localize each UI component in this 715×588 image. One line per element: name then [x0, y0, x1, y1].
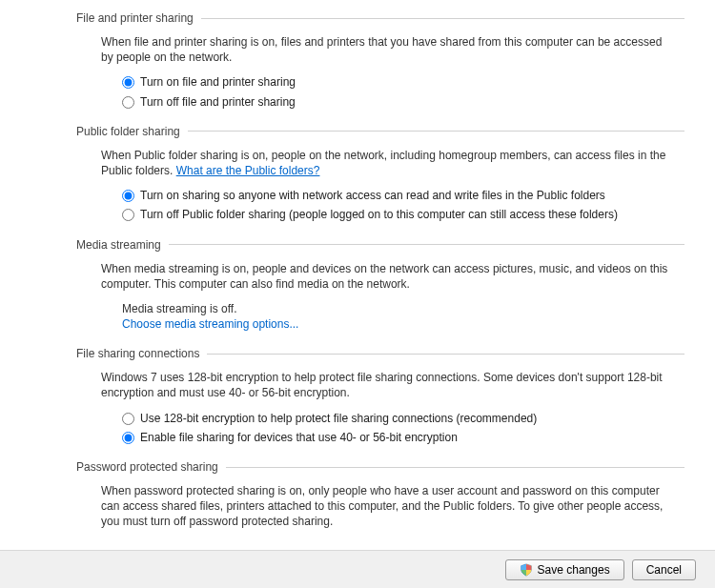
radio-encryption-40[interactable] — [122, 432, 134, 444]
cancel-button-label: Cancel — [646, 563, 682, 577]
section-public-folder: Public folder sharing When Public folder… — [0, 125, 715, 223]
radio-public-folder-off[interactable] — [122, 209, 134, 221]
media-description: When media streaming is on, people and d… — [101, 261, 669, 292]
section-file-connections: File sharing connections Windows 7 uses … — [0, 347, 715, 445]
label-encryption-40[interactable]: Enable file sharing for devices that use… — [140, 430, 458, 445]
section-file-printer: File and printer sharing When file and p… — [0, 11, 715, 110]
cancel-button[interactable]: Cancel — [632, 559, 696, 580]
section-header: Password protected sharing — [76, 460, 684, 474]
section-header: Public folder sharing — [76, 125, 684, 138]
section-media-streaming: Media streaming When media streaming is … — [0, 238, 715, 333]
divider — [226, 467, 684, 468]
file-printer-description: When file and printer sharing is on, fil… — [101, 34, 669, 65]
save-changes-button[interactable]: Save changes — [505, 559, 624, 580]
label-file-printer-off[interactable]: Turn off file and printer sharing — [140, 94, 296, 110]
save-button-label: Save changes — [538, 563, 610, 577]
section-title: Media streaming — [76, 238, 169, 252]
section-title: Public folder sharing — [76, 125, 188, 138]
divider — [207, 354, 684, 355]
public-folders-link[interactable]: What are the Public folders? — [176, 164, 320, 177]
button-bar: Save changes Cancel — [0, 550, 715, 588]
file-printer-radio-group: Turn on file and printer sharing Turn of… — [122, 74, 669, 109]
public-folder-radio-group: Turn on sharing so anyone with network a… — [122, 188, 669, 222]
label-encryption-128[interactable]: Use 128-bit encryption to help protect f… — [140, 411, 537, 426]
settings-content: File and printer sharing When file and p… — [0, 0, 715, 550]
file-conn-description: Windows 7 uses 128-bit encryption to hel… — [101, 370, 669, 400]
label-file-printer-on[interactable]: Turn on file and printer sharing — [140, 74, 296, 90]
file-conn-radio-group: Use 128-bit encryption to help protect f… — [122, 411, 669, 445]
divider — [201, 18, 684, 19]
radio-file-printer-off[interactable] — [122, 96, 134, 109]
divider — [169, 244, 684, 245]
label-public-folder-off[interactable]: Turn off Public folder sharing (people l… — [140, 207, 618, 222]
password-description: When password protected sharing is on, o… — [101, 483, 669, 530]
section-password-sharing: Password protected sharing When password… — [0, 460, 715, 530]
radio-file-printer-on[interactable] — [122, 76, 134, 89]
section-header: Media streaming — [76, 238, 684, 252]
shield-icon — [520, 563, 533, 577]
media-status: Media streaming is off. — [122, 301, 669, 316]
section-header: File sharing connections — [76, 347, 684, 360]
divider — [188, 131, 684, 132]
public-folder-description: When Public folder sharing is on, people… — [101, 148, 669, 178]
media-info-block: Media streaming is off. Choose media str… — [122, 301, 669, 332]
section-header: File and printer sharing — [76, 11, 684, 25]
radio-public-folder-on[interactable] — [122, 190, 134, 202]
section-title: Password protected sharing — [76, 460, 226, 474]
media-options-link[interactable]: Choose media streaming options... — [122, 317, 298, 331]
label-public-folder-on[interactable]: Turn on sharing so anyone with network a… — [140, 188, 605, 203]
section-title: File sharing connections — [76, 347, 207, 360]
radio-encryption-128[interactable] — [122, 413, 134, 425]
section-title: File and printer sharing — [76, 11, 201, 25]
